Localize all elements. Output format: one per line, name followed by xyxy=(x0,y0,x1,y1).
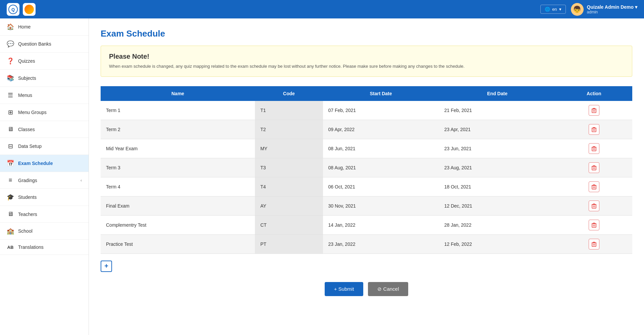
cell-code: AY xyxy=(255,196,323,215)
sidebar-item-label: Menu Groups xyxy=(18,110,47,115)
col-action: Action xyxy=(556,86,632,101)
svg-rect-9 xyxy=(592,243,596,246)
cell-end-date: 21 Feb, 2021 xyxy=(439,101,555,120)
cell-name: Term 1 xyxy=(101,101,255,120)
sidebar-item-subjects[interactable]: 📚 Subjects xyxy=(0,70,89,87)
delete-button[interactable] xyxy=(589,181,599,192)
table-row: Term 4T406 Oct, 202118 Oct, 2021 xyxy=(101,177,632,196)
add-row-button[interactable]: + xyxy=(101,261,112,272)
svg-rect-8 xyxy=(592,224,596,227)
cell-end-date: 28 Jan, 2022 xyxy=(439,215,555,234)
table-row: Complementry TestCT14 Jan, 202228 Jan, 2… xyxy=(101,215,632,234)
notice-box: Please Note! When exam schedule is chang… xyxy=(101,46,632,77)
sidebar-item-data-setup[interactable]: ⊟ Data Setup xyxy=(0,138,89,155)
sidebar-item-exam-schedule[interactable]: 📅 Exam Schedule xyxy=(0,155,89,172)
sidebar-item-label: Exam Schedule xyxy=(18,161,53,166)
cell-name: Mid Year Exam xyxy=(101,139,255,158)
cell-start-date: 08 Jun, 2021 xyxy=(323,139,439,158)
cell-action xyxy=(556,196,632,215)
svg-rect-3 xyxy=(592,128,596,132)
sidebar-item-label: Gradings xyxy=(18,178,37,183)
header-logos: Q xyxy=(7,3,36,16)
delete-button[interactable] xyxy=(589,239,599,249)
sidebar-item-gradings[interactable]: ≡ Gradings ‹ xyxy=(0,172,89,189)
sidebar-item-label: Translations xyxy=(18,244,44,250)
svg-text:Q: Q xyxy=(11,7,15,12)
sidebar-item-label: Quizzes xyxy=(18,58,35,64)
cell-code: T1 xyxy=(255,101,323,120)
page-title: Exam Schedule xyxy=(101,29,632,39)
delete-button[interactable] xyxy=(589,220,599,230)
table-row: Term 1T107 Feb, 202121 Feb, 2021 xyxy=(101,101,632,120)
menu-groups-icon: ⊞ xyxy=(7,109,14,116)
delete-button[interactable] xyxy=(589,143,599,154)
language-selector[interactable]: 🌐 en ▾ xyxy=(540,5,566,14)
sidebar-item-label: Teachers xyxy=(18,212,37,217)
cell-name: Complementry Test xyxy=(101,215,255,234)
cell-code: T3 xyxy=(255,158,323,177)
form-actions: + Submit ⊘ Cancel xyxy=(101,282,632,296)
logo-brand xyxy=(23,3,36,16)
teachers-icon: 🖥 xyxy=(7,211,14,218)
delete-button[interactable] xyxy=(589,124,599,135)
cell-start-date: 23 Jan, 2022 xyxy=(323,234,439,254)
user-role: admin xyxy=(587,10,637,14)
sidebar-item-menu-groups[interactable]: ⊞ Menu Groups xyxy=(0,104,89,121)
header: Q 🌐 en ▾ 👦 Quizale Admin Demo ▾ admin xyxy=(0,0,644,18)
svg-rect-2 xyxy=(592,109,596,113)
submit-button[interactable]: + Submit xyxy=(325,282,364,296)
svg-rect-4 xyxy=(592,147,596,151)
sidebar: 🏠 Home 💬 Question Banks ❓ Quizzes 📚 Subj… xyxy=(0,18,89,335)
avatar: 👦 xyxy=(571,3,584,16)
col-code: Code xyxy=(255,86,323,101)
translations-icon: AB xyxy=(7,245,14,250)
sidebar-item-home[interactable]: 🏠 Home xyxy=(0,18,89,36)
chevron-left-icon: ‹ xyxy=(80,178,82,183)
sidebar-item-school[interactable]: 🏫 School xyxy=(0,223,89,240)
user-info[interactable]: 👦 Quizale Admin Demo ▾ admin xyxy=(571,3,637,16)
globe-icon: 🌐 xyxy=(545,7,550,12)
sidebar-item-translations[interactable]: AB Translations xyxy=(0,240,89,255)
cell-action xyxy=(556,158,632,177)
sidebar-item-teachers[interactable]: 🖥 Teachers xyxy=(0,206,89,223)
sidebar-item-label: Data Setup xyxy=(18,144,42,149)
user-name: Quizale Admin Demo ▾ xyxy=(587,4,637,10)
classes-icon: 🖥 xyxy=(7,126,14,133)
question-banks-icon: 💬 xyxy=(7,40,14,48)
cell-action xyxy=(556,177,632,196)
svg-rect-6 xyxy=(592,185,596,189)
cell-action xyxy=(556,120,632,139)
sidebar-item-students[interactable]: 🎓 Students xyxy=(0,189,89,206)
sidebar-item-label: Classes xyxy=(18,127,35,132)
cell-code: T2 xyxy=(255,120,323,139)
col-end-date: End Date xyxy=(439,86,555,101)
delete-button[interactable] xyxy=(589,201,599,211)
svg-rect-5 xyxy=(592,166,596,170)
cell-end-date: 12 Feb, 2022 xyxy=(439,234,555,254)
cell-action xyxy=(556,215,632,234)
delete-button[interactable] xyxy=(589,162,599,173)
delete-button[interactable] xyxy=(589,105,599,116)
gradings-icon: ≡ xyxy=(7,177,14,184)
sidebar-item-classes[interactable]: 🖥 Classes xyxy=(0,121,89,138)
cell-name: Practice Test xyxy=(101,234,255,254)
cell-start-date: 09 Apr, 2022 xyxy=(323,120,439,139)
table-header-row: Name Code Start Date End Date Action xyxy=(101,86,632,101)
home-icon: 🏠 xyxy=(7,23,14,31)
sidebar-item-question-banks[interactable]: 💬 Question Banks xyxy=(0,36,89,53)
cell-name: Term 3 xyxy=(101,158,255,177)
exam-schedule-table: Name Code Start Date End Date Action Ter… xyxy=(101,86,632,254)
cell-start-date: 08 Aug, 2021 xyxy=(323,158,439,177)
cell-code: MY xyxy=(255,139,323,158)
cell-start-date: 07 Feb, 2021 xyxy=(323,101,439,120)
cell-start-date: 30 Nov, 2021 xyxy=(323,196,439,215)
school-icon: 🏫 xyxy=(7,227,14,235)
cell-start-date: 06 Oct, 2021 xyxy=(323,177,439,196)
sidebar-item-label: School xyxy=(18,228,33,234)
sidebar-item-label: Subjects xyxy=(18,75,36,81)
cell-action xyxy=(556,234,632,254)
cell-name: Final Exam xyxy=(101,196,255,215)
sidebar-item-menus[interactable]: ☰ Menus xyxy=(0,87,89,104)
cancel-button[interactable]: ⊘ Cancel xyxy=(368,282,408,296)
sidebar-item-quizzes[interactable]: ❓ Quizzes xyxy=(0,53,89,70)
